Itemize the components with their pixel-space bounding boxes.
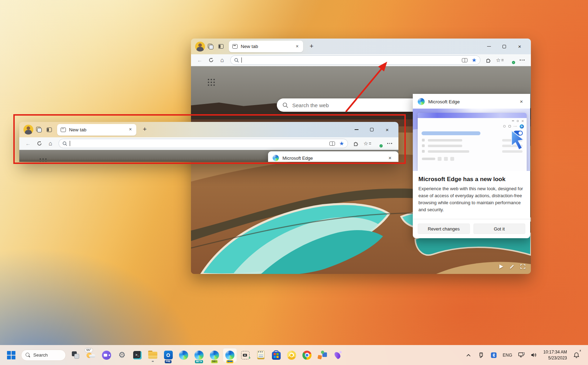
fullscreen-icon[interactable]: [520, 264, 525, 269]
text-caret: [70, 141, 70, 146]
refresh-icon[interactable]: [34, 139, 45, 148]
address-bar[interactable]: ★: [59, 139, 348, 148]
taskbar-outlook-app[interactable]: O PRE: [161, 348, 175, 362]
tab-new-tab[interactable]: New tab ×: [229, 41, 303, 52]
start-button[interactable]: [4, 348, 18, 362]
taskbar-store-app[interactable]: [269, 348, 283, 362]
taskbar-edge-beta-app[interactable]: BETA: [192, 348, 206, 362]
back-icon[interactable]: ←: [23, 139, 33, 148]
tab-favicon-icon: [61, 128, 66, 132]
tab-close-icon[interactable]: ×: [127, 126, 134, 133]
refresh-icon[interactable]: [206, 56, 216, 65]
home-icon[interactable]: ⌂: [45, 139, 56, 148]
tray-language[interactable]: ENG: [501, 353, 514, 358]
tray-date: 5/23/2023: [543, 355, 567, 361]
edge-logo-icon: [273, 155, 279, 161]
taskbar-edge-canary-app[interactable]: CAN: [223, 348, 237, 362]
maximize-button[interactable]: [364, 122, 380, 137]
tab-label: New tab: [69, 127, 127, 132]
address-bar[interactable]: ★: [230, 55, 480, 65]
taskbar-edge-app[interactable]: [177, 348, 191, 362]
extensions-icon[interactable]: [483, 56, 494, 65]
app-launcher-icon[interactable]: [40, 158, 47, 162]
tab-favicon-icon: [232, 44, 238, 49]
search-icon: [26, 353, 30, 358]
taskbar-chrome-app[interactable]: [300, 348, 314, 362]
new-tab-button[interactable]: +: [140, 125, 150, 135]
flyout-close-icon[interactable]: ×: [518, 98, 525, 105]
profile-avatar[interactable]: [23, 125, 33, 135]
tray-clock[interactable]: 10:17:34 AM 5/23/2023: [541, 349, 569, 360]
taskbar-settings-app[interactable]: ⚙: [115, 348, 129, 362]
extensions-icon[interactable]: [351, 139, 361, 148]
tray-volume-icon[interactable]: [529, 348, 539, 362]
tray-bluetooth-icon[interactable]: [488, 348, 499, 362]
flyout-close-icon[interactable]: ×: [386, 154, 394, 162]
tray-usb-icon[interactable]: [476, 348, 486, 362]
browser-essentials-icon[interactable]: ✓: [373, 139, 384, 148]
settings-more-icon[interactable]: [517, 56, 527, 65]
edge-beta-badge: BETA: [195, 360, 203, 363]
got-it-button[interactable]: Got it: [473, 223, 526, 234]
workspaces-icon[interactable]: [205, 41, 216, 52]
new-look-flyout: Microsoft Edge × b: [413, 94, 530, 238]
outlook-pre-badge: PRE: [165, 360, 171, 363]
widgets-weather-button[interactable]: 55°: [84, 348, 98, 362]
close-button[interactable]: ×: [512, 39, 527, 54]
settings-more-icon[interactable]: [384, 139, 395, 148]
flyout-header: Microsoft Edge ×: [268, 151, 398, 162]
collections-icon[interactable]: ☆: [494, 56, 505, 65]
favorite-star-icon[interactable]: ★: [472, 57, 477, 63]
taskbar-file-explorer-app[interactable]: [146, 348, 160, 362]
taskbar-edge-dev-app[interactable]: DEV: [207, 348, 221, 362]
taskbar-chrome-canary-app[interactable]: [285, 348, 299, 362]
new-tab-button[interactable]: +: [307, 42, 316, 51]
split-screen-icon[interactable]: [462, 58, 467, 62]
tab-close-icon[interactable]: ×: [294, 43, 300, 50]
edge-canary-icon: [225, 351, 234, 360]
taskbar-blocks-app[interactable]: [315, 348, 329, 362]
tray-overflow-chevron[interactable]: [463, 348, 474, 362]
minimize-button[interactable]: [481, 39, 497, 54]
taskbar-notepad-app[interactable]: [254, 348, 268, 362]
tab-actions-icon[interactable]: [44, 124, 54, 135]
taskbar-terminal-app[interactable]: >_: [130, 348, 144, 362]
weather-icon: 55°: [86, 350, 96, 360]
profile-avatar[interactable]: [195, 42, 205, 51]
home-icon[interactable]: ⌂: [217, 56, 227, 65]
blocks-app-icon: [318, 351, 327, 360]
address-search-icon: [62, 141, 67, 146]
terminal-icon: >_: [133, 351, 142, 359]
mini-window-controls: [418, 118, 527, 124]
main-titlebar: New tab × + ×: [191, 39, 531, 54]
favorite-star-icon[interactable]: ★: [339, 141, 344, 146]
display-cast-icon: [518, 352, 525, 358]
play-icon[interactable]: [499, 264, 504, 269]
tab-new-tab[interactable]: New tab ×: [57, 124, 136, 136]
app-launcher-icon[interactable]: [208, 79, 215, 86]
taskbar-snipping-tool-app[interactable]: +: [238, 348, 252, 362]
paint-brush-icon: [333, 351, 342, 360]
tab-actions-icon[interactable]: [216, 41, 226, 52]
back-icon[interactable]: ←: [194, 56, 205, 65]
search-icon: [282, 102, 288, 108]
taskbar-search[interactable]: Search: [21, 350, 66, 361]
workspaces-icon[interactable]: [33, 124, 44, 135]
tray-network-icon[interactable]: [516, 348, 527, 362]
background-media-controls: [499, 264, 525, 269]
fore-toolbar: ← ⌂ ★ ☆ ✓: [19, 137, 398, 150]
collections-icon[interactable]: ☆: [362, 139, 372, 148]
edit-pen-icon[interactable]: [510, 264, 514, 269]
taskbar-paint-app[interactable]: [331, 348, 345, 362]
task-view-button[interactable]: [69, 348, 83, 362]
browser-essentials-icon[interactable]: ✓: [506, 56, 516, 65]
split-screen-icon[interactable]: [329, 142, 335, 146]
do-not-disturb-z: z: [580, 349, 581, 352]
minimize-button[interactable]: [349, 122, 364, 137]
revert-changes-button[interactable]: Revert changes: [418, 223, 470, 234]
taskbar-chat-app[interactable]: [100, 348, 114, 362]
maximize-button[interactable]: [497, 39, 512, 54]
close-button[interactable]: ×: [380, 122, 395, 137]
tray-notifications[interactable]: z: [571, 348, 582, 362]
edge-dev-icon: [210, 351, 219, 360]
